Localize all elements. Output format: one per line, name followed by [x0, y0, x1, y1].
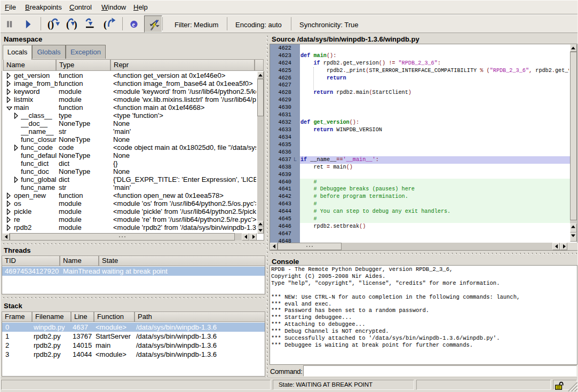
svg-text:(: (: [104, 19, 107, 30]
svg-text:e: e: [132, 21, 136, 28]
svg-text:): ): [74, 19, 77, 30]
